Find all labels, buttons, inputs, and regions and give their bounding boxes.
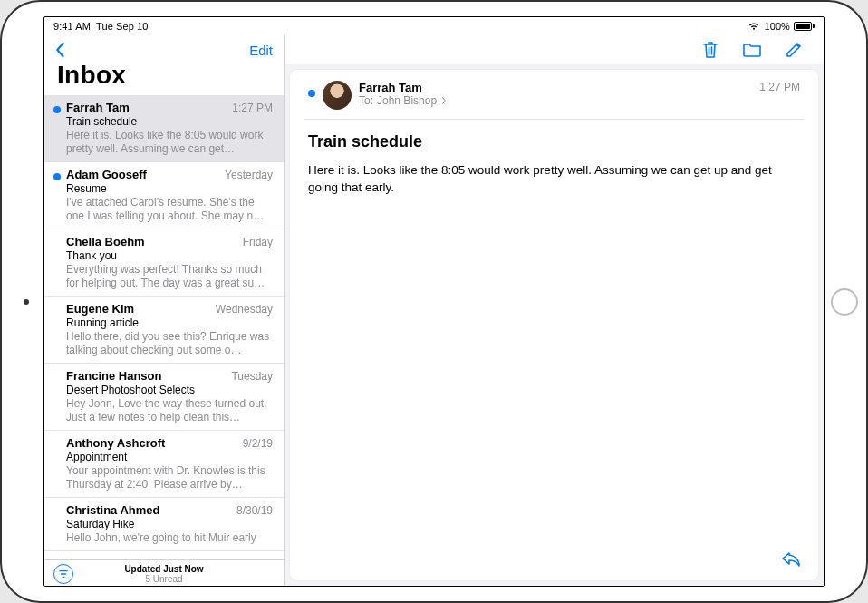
message-from: Christina Ahmed (66, 503, 160, 517)
message-time: Wednesday (216, 303, 273, 316)
inbox-title: Inbox (44, 61, 284, 95)
detail-recipients[interactable]: To: John Bishop (359, 94, 752, 107)
message-preview: Everything was perfect! Thanks so much f… (66, 263, 273, 290)
message-from: Farrah Tam (66, 101, 130, 114)
status-date: Tue Sep 10 (96, 21, 148, 32)
status-bar: 9:41 AM Tue Sep 10 100% (44, 17, 824, 35)
sender-avatar[interactable] (323, 81, 352, 110)
compose-button[interactable] (784, 40, 804, 60)
message-time: Tuesday (231, 370, 273, 383)
detail-from[interactable]: Farrah Tam (359, 81, 752, 94)
message-time: 8/30/19 (236, 504, 273, 517)
chevron-right-icon (440, 97, 448, 104)
message-subject: Running article (66, 316, 273, 329)
message-time: 1:27 PM (232, 102, 273, 114)
unread-dot-icon (53, 106, 61, 113)
to-name: John Bishop (377, 94, 437, 107)
message-preview: Here it is. Looks like the 8:05 would wo… (66, 129, 273, 156)
message-item[interactable]: Christina Ahmed8/30/19Saturday HikeHello… (44, 498, 284, 551)
edit-button[interactable]: Edit (249, 43, 273, 58)
to-label: To: (359, 94, 373, 107)
message-time: Yesterday (225, 169, 273, 181)
unread-dot-icon (53, 173, 61, 180)
message-subject: Appointment (66, 451, 273, 463)
message-subject: Resume (66, 182, 273, 195)
message-item[interactable]: Chella BoehmFridayThank youEverything wa… (44, 229, 284, 297)
message-item[interactable]: Adam GooseffYesterdayResumeI've attached… (44, 162, 284, 229)
battery-icon (794, 22, 815, 31)
message-item[interactable]: Farrah Tam1:27 PMTrain scheduleHere it i… (44, 95, 284, 162)
detail-time: 1:27 PM (759, 81, 800, 93)
home-button[interactable] (831, 288, 858, 316)
message-item[interactable]: Eugene KimWednesdayRunning articleHello … (44, 297, 284, 364)
message-from: Chella Boehm (66, 235, 145, 248)
detail-body: Here it is. Looks like the 8:05 would wo… (308, 162, 800, 197)
detail-subject: Train schedule (308, 120, 800, 162)
message-item[interactable]: Francine HansonTuesdayDesert Photoshoot … (44, 364, 284, 431)
message-preview: I've attached Carol's resume. She's the … (66, 196, 273, 223)
message-from: Anthony Ashcroft (66, 436, 165, 450)
message-from: Adam Gooseff (66, 168, 147, 181)
detail-pane: Farrah Tam To: John Bishop 1:27 PM Train… (285, 35, 824, 586)
status-time: 9:41 AM (53, 21, 91, 32)
footer-unread-count: 5 Unread (73, 574, 255, 584)
message-from: Francine Hanson (66, 369, 161, 383)
message-preview: Your appointment with Dr. Knowles is thi… (66, 464, 273, 491)
wifi-icon (747, 22, 760, 31)
message-preview: Hello there, did you see this? Enrique w… (66, 330, 273, 357)
battery-percent: 100% (764, 21, 790, 32)
message-subject: Thank you (66, 249, 273, 262)
delete-button[interactable] (700, 40, 720, 60)
message-from: Eugene Kim (66, 302, 134, 316)
message-subject: Desert Photoshoot Selects (66, 384, 273, 396)
message-item[interactable]: Anthony Ashcroft9/2/19AppointmentYour ap… (44, 431, 284, 498)
message-preview: Hello John, we're going to hit Muir earl… (66, 531, 273, 545)
unread-indicator (308, 90, 315, 97)
message-preview: Hey John, Love the way these turned out.… (66, 397, 273, 424)
move-folder-button[interactable] (742, 40, 762, 60)
reply-button[interactable] (780, 550, 802, 571)
message-time: 9/2/19 (243, 437, 273, 450)
message-subject: Saturday Hike (66, 518, 273, 530)
sidebar: Edit Inbox Farrah Tam1:27 PMTrain schedu… (44, 35, 285, 586)
message-subject: Train schedule (66, 115, 273, 128)
footer-updated: Updated Just Now (73, 564, 255, 574)
message-time: Friday (243, 236, 273, 248)
filter-button[interactable] (53, 564, 73, 584)
back-button[interactable] (50, 40, 70, 60)
message-list: Farrah Tam1:27 PMTrain scheduleHere it i… (44, 95, 284, 559)
